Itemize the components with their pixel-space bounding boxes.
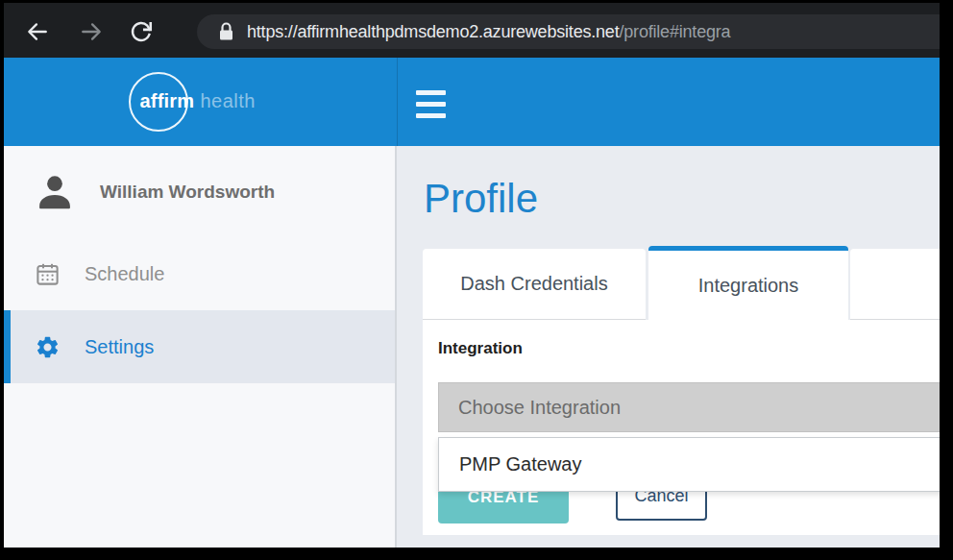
app-header: affirm health [4,58,940,146]
page-title: Profile [424,179,538,219]
tab-partial[interactable] [850,249,940,320]
sidebar-item-user[interactable]: William Wordsworth [4,146,395,237]
url-bar[interactable]: https://affirmhealthpdmsdemo2.azurewebsi… [197,14,940,49]
integrations-panel: Integration Choose Integration PMP Gatew… [423,320,940,535]
tab-dash-credentials[interactable]: Dash Credentials [423,249,646,320]
person-icon [33,170,77,214]
affirmhealth-logo: affirm health [129,71,273,133]
dropdown-option-pmp-gateway[interactable]: PMP Gateway [459,453,581,475]
sidebar: William Wordsworth Schedule Settings [4,146,397,548]
sidebar-item-settings[interactable]: Settings [4,310,395,383]
integration-select[interactable]: Choose Integration [438,382,940,432]
logo-text-health: health [201,90,257,112]
tab-bar: Dash Credentials Integrations [423,246,940,320]
reload-icon[interactable] [129,19,154,44]
browser-window: https://affirmhealthpdmsdemo2.azurewebsi… [4,3,940,548]
calendar-icon [35,261,61,287]
main-content: Profile Dash Credentials Integrations In… [397,146,940,548]
app-header-logo-area: affirm health [4,58,398,146]
tab-integrations[interactable]: Integrations [648,246,848,320]
integration-field-label: Integration [438,339,523,358]
gear-icon [35,334,61,360]
sidebar-item-label: Settings [85,336,154,358]
sidebar-item-schedule[interactable]: Schedule [4,237,395,310]
forward-icon[interactable] [79,19,104,44]
hamburger-menu-icon[interactable] [416,90,446,125]
lock-icon[interactable] [218,21,234,42]
sidebar-user-name: William Wordsworth [100,182,275,203]
app-header-main [398,58,940,146]
url-path: /profile#integra [619,22,730,41]
content-row: William Wordsworth Schedule Settings Pro… [4,146,940,548]
logo-text-affirm: affirm [140,90,195,112]
integration-dropdown-menu: PMP Gateway [438,437,940,492]
sidebar-item-label: Schedule [85,263,164,285]
back-icon[interactable] [25,19,50,44]
browser-toolbar: https://affirmhealthpdmsdemo2.azurewebsi… [4,3,940,58]
integration-select-value: Choose Integration [458,397,621,419]
url-host: https://affirmhealthpdmsdemo2.azurewebsi… [247,22,619,41]
url-text: https://affirmhealthpdmsdemo2.azurewebsi… [247,22,730,42]
